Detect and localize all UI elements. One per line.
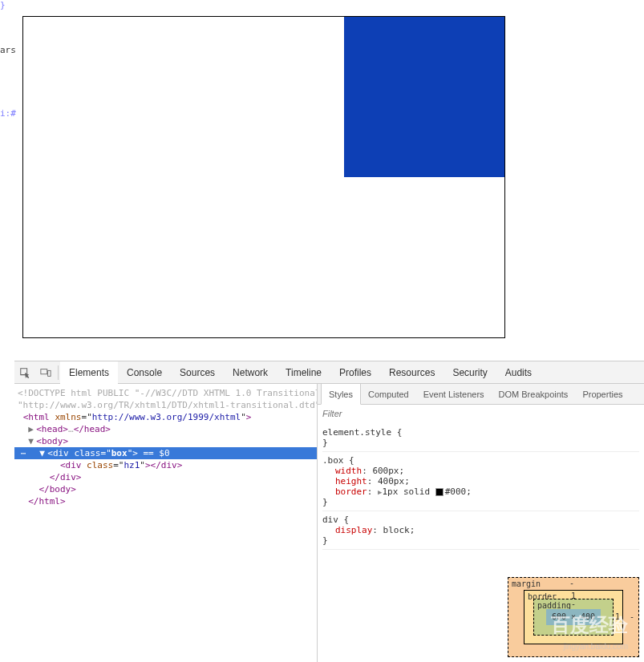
tab-security[interactable]: Security (444, 361, 496, 384)
dom-close-div[interactable]: </div> (14, 471, 317, 483)
tab-timeline[interactable]: Timeline (277, 361, 330, 384)
tab-sources[interactable]: Sources (171, 361, 224, 384)
styles-filter-input[interactable] (318, 405, 644, 422)
styles-subtabs: Styles Computed Event Listeners DOM Brea… (318, 384, 644, 405)
rule-box[interactable]: .box { width: 600px; height: 400px; bord… (322, 454, 639, 511)
preview-box (22, 16, 505, 338)
box-model-margin-right: - (630, 612, 634, 621)
subtab-styles[interactable]: Styles (321, 384, 361, 405)
dom-selected-div[interactable]: ⋯ ▼<div class="box"> == $0 (14, 447, 317, 459)
device-toolbar-icon[interactable] (35, 361, 56, 384)
devtools-tabbar: Elements Console Sources Network Timelin… (14, 361, 644, 384)
box-model-content: 600 × 400 (546, 609, 601, 625)
watermark-sub: jingyan.baidu.com (563, 642, 628, 651)
svg-rect-0 (41, 369, 47, 373)
subtab-properties[interactable]: Properties (575, 384, 630, 405)
color-swatch-icon[interactable] (435, 488, 444, 496)
box-model-margin-label: margin (512, 579, 541, 588)
dom-child-div[interactable]: <div class="hz1"></div> (14, 459, 317, 471)
rule-element-style[interactable]: element.style { } (322, 426, 639, 452)
styles-panel: Styles Computed Event Listeners DOM Brea… (318, 384, 644, 662)
gutter-fragment: i:# (0, 108, 16, 119)
editor-gutter: } ars i:# (0, 0, 14, 361)
dom-body-open[interactable]: ▼<body> (14, 435, 317, 447)
subtab-event-listeners[interactable]: Event Listeners (416, 384, 492, 405)
dom-head[interactable]: ▶<head>…</head> (14, 423, 317, 435)
toolbar-separator (58, 365, 59, 380)
subtab-dom-breakpoints[interactable]: DOM Breakpoints (492, 384, 576, 405)
dom-html-open[interactable]: <html xmlns="http://www.w3.org/1999/xhtm… (14, 411, 317, 423)
tab-console[interactable]: Console (118, 361, 171, 384)
page-preview (16, 0, 644, 361)
tab-network[interactable]: Network (224, 361, 277, 384)
dom-close-html[interactable]: </html> (14, 495, 317, 507)
devtools-panels: <!DOCTYPE html PUBLIC "-//W3C//DTD XHTML… (14, 384, 644, 662)
box-model-border-right: 1 (615, 612, 620, 621)
preview-inner-box (344, 17, 504, 177)
rule-div[interactable]: div { display: block; } (322, 513, 639, 550)
tab-resources[interactable]: Resources (380, 361, 444, 384)
dom-doctype[interactable]: <!DOCTYPE html PUBLIC "-//W3C//DTD XHTML… (14, 387, 317, 399)
dom-close-body[interactable]: </body> (14, 483, 317, 495)
styles-filter-row (318, 405, 644, 422)
box-model-margin-top: - (569, 579, 574, 587)
tab-elements[interactable]: Elements (60, 361, 118, 384)
elements-panel[interactable]: <!DOCTYPE html PUBLIC "-//W3C//DTD XHTML… (14, 384, 318, 662)
tab-profiles[interactable]: Profiles (330, 361, 380, 384)
dom-doctype[interactable]: "http://www.w3.org/TR/xhtml1/DTD/xhtml1-… (14, 399, 317, 411)
devtools: Elements Console Sources Network Timelin… (14, 361, 644, 662)
tab-audits[interactable]: Audits (496, 361, 541, 384)
gutter-fragment: } (0, 0, 6, 10)
subtab-computed[interactable]: Computed (361, 384, 416, 405)
box-model-padding-top: - (571, 599, 576, 608)
inspect-icon[interactable] (14, 361, 35, 384)
svg-rect-1 (48, 370, 51, 376)
gutter-fragment: ars (0, 45, 16, 55)
